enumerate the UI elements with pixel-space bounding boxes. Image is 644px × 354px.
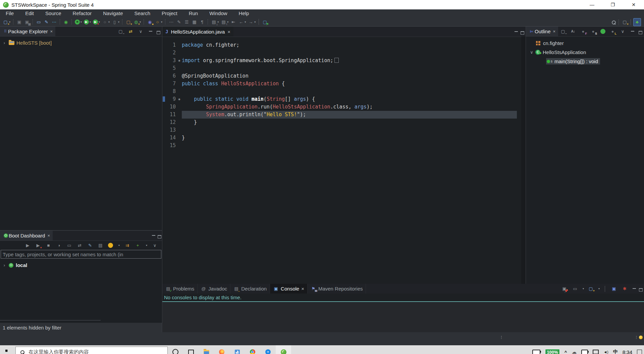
dropdown-caret-icon[interactable]: ▾ bbox=[583, 287, 584, 290]
last-edit-location-button[interactable]: ⇤ bbox=[230, 18, 237, 26]
dropdown-caret-icon[interactable]: ▾ bbox=[90, 20, 91, 24]
boot-local-row[interactable]: › ⏻ local bbox=[0, 261, 162, 270]
edit-button[interactable]: ✎ bbox=[87, 241, 94, 249]
taskbar-search-input[interactable]: 在这里输入你要搜索的内容 bbox=[15, 347, 168, 354]
menu-source[interactable]: Source bbox=[40, 9, 67, 17]
chevron-right-icon[interactable]: › bbox=[0, 40, 9, 45]
dropdown-caret-icon[interactable]: ▾ bbox=[254, 20, 256, 24]
outline-item[interactable]: ∨CHelloStsApplication bbox=[526, 48, 644, 57]
toolbar-button[interactable]: ▾ bbox=[117, 241, 120, 249]
hide-fields-button[interactable]: ●F bbox=[580, 28, 587, 35]
code-line-13[interactable]: 13 bbox=[162, 126, 526, 134]
coverage-brush-button[interactable]: ✎ bbox=[43, 18, 50, 26]
network-icon[interactable] bbox=[593, 350, 599, 354]
code-line-3[interactable]: 3◉import org.springframework.boot.Spring… bbox=[162, 57, 526, 64]
more-actions-button[interactable]: ⋯ bbox=[51, 18, 58, 26]
pie-button[interactable]: ◑ bbox=[55, 241, 62, 249]
external-tools-button[interactable]: ▯▾ bbox=[111, 18, 120, 26]
close-icon[interactable]: × bbox=[553, 29, 556, 34]
drag-handle-icon[interactable]: ⁞ bbox=[501, 335, 502, 340]
code-line-1[interactable]: 1package cn.fighter; bbox=[162, 41, 526, 49]
run-button[interactable]: ▶▾ bbox=[83, 18, 92, 26]
outline-item[interactable]: cn.fighter bbox=[526, 39, 644, 48]
remove-launches-button[interactable]: ✱ bbox=[621, 285, 628, 293]
maximize-button[interactable] bbox=[637, 28, 642, 35]
control-panel-button[interactable] bbox=[229, 350, 245, 354]
dropdown-caret-icon[interactable]: ▾ bbox=[118, 244, 120, 247]
block-selection-button[interactable]: ▦ bbox=[191, 18, 198, 26]
next-annotation-button[interactable]: ▤↓▾ bbox=[210, 18, 219, 26]
task-view-button[interactable] bbox=[183, 350, 199, 354]
dropdown-caret-icon[interactable]: ▾ bbox=[146, 244, 147, 247]
chevron-down-icon[interactable]: ∨ bbox=[528, 50, 535, 55]
minimize-icon[interactable] bbox=[151, 234, 154, 237]
tab-console[interactable]: ▣Console× bbox=[270, 284, 308, 294]
notification-center-button[interactable] bbox=[637, 350, 642, 354]
ime-indicator[interactable]: 中 bbox=[613, 349, 618, 354]
chrome-button[interactable] bbox=[245, 349, 260, 354]
drag-handle-icon[interactable]: ⁞ bbox=[636, 335, 637, 340]
open-console-button[interactable]: ▭ bbox=[35, 18, 42, 26]
properties-button[interactable]: ▤ bbox=[97, 241, 104, 249]
pin-console-button[interactable]: ▣📌 bbox=[561, 285, 568, 293]
view-menu-button[interactable]: ∨ bbox=[137, 28, 144, 35]
chevron-right-icon[interactable]: › bbox=[0, 263, 9, 268]
show-lines-button[interactable]: ☰ bbox=[183, 18, 190, 26]
onedrive-icon[interactable]: ☁ bbox=[572, 349, 577, 354]
new-wizard-button[interactable]: ▢+▾ bbox=[2, 18, 11, 26]
open-search-button[interactable]: ○▾ bbox=[154, 18, 163, 26]
lightbulb-button[interactable] bbox=[107, 241, 114, 249]
pin-editor-button[interactable]: ▢⚑ bbox=[261, 18, 268, 26]
dropdown-caret-icon[interactable]: ▾ bbox=[598, 287, 600, 290]
more-edit-button[interactable]: ⋯ bbox=[168, 18, 175, 26]
new-java-class-button[interactable]: ◍+▾ bbox=[132, 18, 142, 26]
power-tray-icon[interactable] bbox=[581, 350, 588, 354]
menu-navigate[interactable]: Navigate bbox=[97, 9, 128, 17]
minimize-button[interactable] bbox=[147, 28, 152, 35]
menu-help[interactable]: Help bbox=[233, 9, 255, 17]
profile-button[interactable]: ▶●▾ bbox=[92, 18, 101, 26]
quick-search-button[interactable] bbox=[610, 18, 616, 26]
display-console-button[interactable]: ▭ bbox=[572, 285, 579, 293]
menu-search[interactable]: Search bbox=[128, 9, 156, 17]
code-area[interactable]: 1package cn.fighter;23◉import org.spring… bbox=[162, 37, 526, 149]
menu-refactor[interactable]: Refactor bbox=[67, 9, 98, 17]
sts-taskbar-button[interactable] bbox=[276, 345, 291, 354]
fold-toggle-icon[interactable]: ◉ bbox=[177, 95, 182, 103]
back-history-button[interactable]: ←▾ bbox=[237, 18, 247, 26]
stop-button[interactable]: ■ bbox=[45, 241, 52, 249]
show-hidden-icons-button[interactable]: ^ bbox=[565, 350, 567, 354]
active-perspective-button[interactable]: ♣ bbox=[633, 18, 641, 26]
view-source-button[interactable]: ▣ bbox=[610, 285, 618, 293]
minimize-window-button[interactable]: — bbox=[582, 0, 602, 9]
code-line-12[interactable]: 12 } bbox=[162, 119, 526, 126]
view-menu-button[interactable]: ∨ bbox=[151, 241, 158, 249]
file-explorer-button[interactable] bbox=[199, 350, 214, 354]
code-line-11[interactable]: 11 System.out.println("Hello STS!"); bbox=[162, 111, 526, 119]
debug-button[interactable]: ✱▾ bbox=[74, 18, 83, 26]
collapse-all-button[interactable]: ▢− bbox=[117, 28, 124, 35]
run-last-button[interactable]: ○▾ bbox=[101, 18, 110, 26]
open-perspective-button[interactable]: ▢+ bbox=[621, 18, 628, 26]
lightbulb-icon[interactable] bbox=[639, 336, 643, 339]
code-line-15[interactable]: 15 bbox=[162, 142, 526, 149]
mark-occurrences-button[interactable]: ✎ bbox=[175, 18, 182, 26]
add-button[interactable]: + bbox=[134, 241, 141, 249]
cortana-button[interactable] bbox=[168, 349, 183, 354]
open-plugin-button[interactable]: ◉● bbox=[146, 18, 153, 26]
debug-start-button[interactable]: ▶● bbox=[35, 241, 42, 249]
dropdown-caret-icon[interactable]: ▾ bbox=[245, 20, 246, 24]
code-line-9[interactable]: 9◉ public static void main(String[] args… bbox=[162, 95, 526, 103]
sort-button[interactable]: A↕ bbox=[570, 28, 577, 35]
collapse-all-button[interactable]: ▢− bbox=[559, 28, 567, 35]
minimize-icon[interactable] bbox=[514, 30, 517, 33]
maximize-icon[interactable] bbox=[638, 287, 641, 290]
close-icon[interactable]: × bbox=[47, 233, 50, 238]
code-line-7[interactable]: 7public class HelloStsApplication { bbox=[162, 80, 526, 88]
menu-run[interactable]: Run bbox=[183, 9, 204, 17]
open-new-console-button[interactable]: ▢+ bbox=[587, 285, 594, 293]
close-icon[interactable]: × bbox=[50, 29, 53, 34]
new-java-project-button[interactable]: ▢+ bbox=[125, 18, 132, 26]
dropdown-caret-icon[interactable]: ▾ bbox=[118, 20, 119, 24]
view-menu-button[interactable]: ∨ bbox=[619, 28, 626, 35]
